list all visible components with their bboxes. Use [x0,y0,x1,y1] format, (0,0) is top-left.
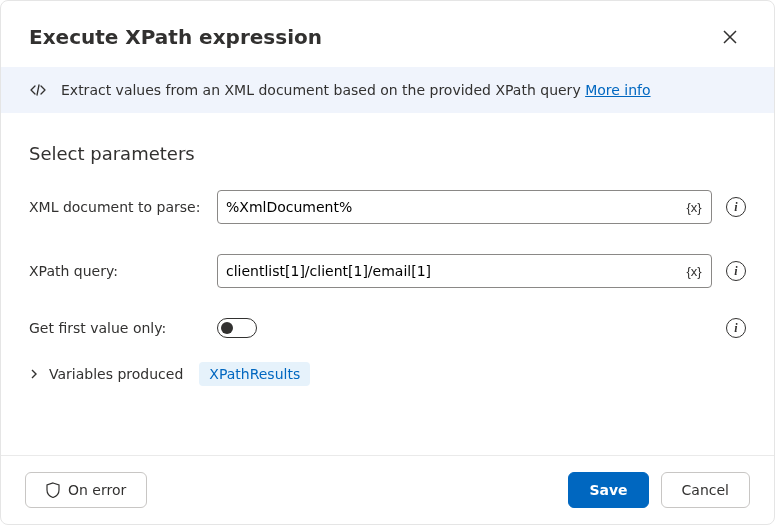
dialog-window: Execute XPath expression Extract values … [0,0,775,525]
chevron-right-icon [29,369,39,379]
first-only-label: Get first value only: [29,320,207,336]
dialog-footer: On error Save Cancel [1,455,774,524]
xml-document-label: XML document to parse: [29,199,207,215]
cancel-button[interactable]: Cancel [661,472,750,508]
variable-chip[interactable]: XPathResults [199,362,310,386]
xpath-query-input[interactable] [226,263,679,279]
on-error-label: On error [68,482,126,498]
first-only-toggle[interactable] [217,318,257,338]
toggle-knob [221,322,233,334]
close-icon [723,30,737,44]
footer-right: Save Cancel [568,472,750,508]
insert-variable-button[interactable]: {x} [681,258,707,284]
param-row-xpath-query: XPath query: {x} i [29,254,746,288]
dialog-title: Execute XPath expression [29,25,322,49]
insert-variable-button[interactable]: {x} [681,194,707,220]
dialog-header: Execute XPath expression [1,1,774,67]
svg-line-0 [37,85,39,95]
param-row-first-only: Get first value only: i [29,318,746,338]
close-button[interactable] [714,21,746,53]
info-icon[interactable]: i [726,318,746,338]
on-error-button[interactable]: On error [25,472,147,508]
info-icon[interactable]: i [726,197,746,217]
xpath-query-label: XPath query: [29,263,207,279]
xml-document-input[interactable] [226,199,679,215]
code-icon [29,81,47,99]
info-text-body: Extract values from an XML document base… [61,82,585,98]
xpath-query-input-wrap[interactable]: {x} [217,254,712,288]
info-icon[interactable]: i [726,261,746,281]
dialog-body: Select parameters XML document to parse:… [1,113,774,455]
variables-produced-row[interactable]: Variables produced XPathResults [29,362,746,386]
save-button[interactable]: Save [568,472,648,508]
info-text: Extract values from an XML document base… [61,82,651,98]
section-title: Select parameters [29,143,746,164]
more-info-link[interactable]: More info [585,82,650,98]
shield-icon [46,482,60,498]
param-row-xml-document: XML document to parse: {x} i [29,190,746,224]
variables-produced-label: Variables produced [49,366,183,382]
info-banner: Extract values from an XML document base… [1,67,774,113]
xml-document-input-wrap[interactable]: {x} [217,190,712,224]
